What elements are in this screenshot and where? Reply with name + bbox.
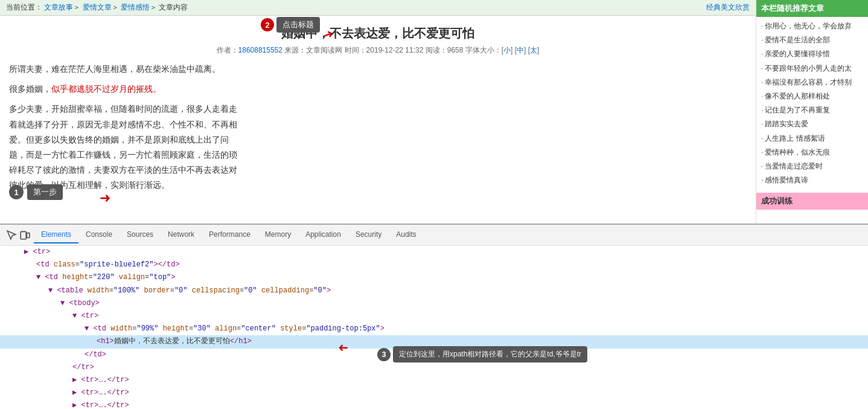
browser-content: 当前位置： 文章故事＞ 爱情文章＞ 爱情感悟＞ 文章内容 经典美文欣赏 婚姻中，…	[0, 0, 868, 224]
step1-annotation: 1 第一步	[9, 184, 63, 200]
dom-tr-collapsed-1[interactable]: ▶ <tr>….</tr>	[0, 374, 868, 387]
font-small[interactable]: 小	[503, 46, 511, 54]
breadcrumb-bar: 当前位置： 文章故事＞ 爱情文章＞ 爱情感悟＞ 文章内容 经典美文欣赏	[0, 0, 756, 16]
list-item[interactable]: 人生路上 情感絮语	[761, 132, 863, 146]
article-para-1: 所谓夫妻，难在茫茫人海里相遇，易在柴米油盐中疏离。	[9, 62, 747, 77]
breadcrumb: 当前位置： 文章故事＞ 爱情文章＞ 爱情感悟＞ 文章内容	[6, 2, 188, 13]
devtools-panel: Elements Console Sources Network Perform…	[0, 224, 868, 409]
step2-number: 2	[261, 18, 274, 31]
main-content: 当前位置： 文章故事＞ 爱情文章＞ 爱情感悟＞ 文章内容 经典美文欣赏 婚姻中，…	[0, 0, 756, 224]
svg-rect-1	[27, 233, 30, 238]
dom-tr-row[interactable]: ▶ <tr>	[0, 246, 868, 259]
sidebar-success-header: 成功训练	[756, 193, 868, 210]
breadcrumb-link-3[interactable]: 爱情感悟	[121, 3, 150, 11]
device-toggle-icon[interactable]	[19, 230, 30, 240]
list-item[interactable]: 爱情种种，似水无痕	[761, 146, 863, 159]
dom-td-height[interactable]: ▼ <td height="220" valign="top">	[0, 271, 868, 284]
page-wrapper: 当前位置： 文章故事＞ 爱情文章＞ 爱情感悟＞ 文章内容 经典美文欣赏 婚姻中，…	[0, 0, 868, 409]
article-body: 婚姻中，不去表达爱，比不爱更可怕 作者：18608815552 来源：文章阅读网…	[0, 16, 756, 203]
step1-number: 1	[9, 185, 24, 199]
list-item[interactable]: 踏踏实实去爱	[761, 117, 863, 131]
tab-sources[interactable]: Sources	[120, 227, 161, 243]
step3-number: 3	[377, 348, 391, 361]
step2-annotation: 2 点击标题	[261, 17, 320, 33]
font-medium[interactable]: 中	[517, 46, 524, 54]
list-item[interactable]: 幸福没有那么容易，才特别	[761, 76, 863, 89]
step3-arrow: ➜	[338, 340, 348, 355]
list-item[interactable]: 感悟爱情真谛	[761, 173, 863, 187]
list-item[interactable]: 爱情不是生活的全部	[761, 33, 863, 47]
sidebar: 本栏随机推荐文章 你用心，他无心，学会放弃 爱情不是生活的全部 亲爱的人要懂得珍…	[756, 0, 868, 224]
tab-audits[interactable]: Audits	[389, 227, 423, 243]
breadcrumb-current: 文章内容	[159, 3, 188, 11]
devtools-icons	[2, 230, 34, 240]
list-item[interactable]: 亲爱的人要懂得珍惜	[761, 47, 863, 61]
svg-rect-0	[21, 231, 26, 239]
step3-label: 定位到这里，用xpath相对路径看，它的父亲是td,爷爷是tr	[393, 346, 587, 362]
step2-label: 点击标题	[276, 17, 320, 33]
list-item[interactable]: 像不爱的人那样相处	[761, 89, 863, 103]
step3-annotation: 3 定位到这里，用xpath相对路径看，它的父亲是td,爷爷是tr	[377, 346, 587, 362]
font-large[interactable]: 太	[530, 46, 537, 54]
article-title: 婚姻中，不去表达爱，比不爱更可怕	[9, 25, 747, 42]
tab-performance[interactable]: Performance	[202, 227, 258, 243]
step1-arrow: ➜	[100, 190, 110, 206]
breadcrumb-link-1[interactable]: 文章故事	[44, 3, 73, 11]
dom-td-center[interactable]: ▼ <td width="99%" height="30" align="cen…	[0, 323, 868, 335]
list-item[interactable]: 不要跟年轻的小男人走的太	[761, 62, 863, 76]
dom-tr-collapsed-3[interactable]: ▶ <tr>….</tr>	[0, 399, 868, 409]
dom-table[interactable]: ▼ <table width="100%" border="0" cellspa…	[0, 285, 868, 297]
sidebar-recommended-header: 本栏随机推荐文章	[756, 0, 868, 17]
devtools-content: ▶ <tr> <td class="sprite-bluelef2"></td>…	[0, 246, 868, 409]
tab-security[interactable]: Security	[348, 227, 389, 243]
author-link[interactable]: 18608815552	[238, 46, 282, 54]
article-meta: 作者：18608815552 来源：文章阅读网 时间：2019-12-22 11…	[9, 45, 747, 56]
tab-network[interactable]: Network	[161, 227, 202, 243]
element-picker-icon[interactable]	[6, 230, 17, 240]
tab-elements[interactable]: Elements	[34, 227, 78, 243]
list-item[interactable]: 记住是为了不再重复	[761, 103, 863, 117]
sidebar-items: 你用心，他无心，学会放弃 爱情不是生活的全部 亲爱的人要懂得珍惜 不要跟年轻的小…	[756, 17, 868, 190]
list-item[interactable]: 你用心，他无心，学会放弃	[761, 19, 863, 33]
tab-application[interactable]: Application	[298, 227, 348, 243]
dom-tr-close[interactable]: </tr>	[0, 361, 868, 374]
article-para-3: 多少夫妻，开始甜蜜幸福，但随着时间的流逝，很多人走着走着就选择了分开，原因无非是…	[9, 101, 747, 193]
tab-console[interactable]: Console	[78, 227, 120, 243]
dom-tr-inner[interactable]: ▼ <tr>	[0, 310, 868, 323]
dom-tbody[interactable]: ▼ <tbody>	[0, 297, 868, 310]
classic-link[interactable]: 经典美文欣赏	[706, 2, 750, 13]
tab-memory[interactable]: Memory	[258, 227, 298, 243]
dom-tr-collapsed-2[interactable]: ▶ <tr>….</tr>	[0, 387, 868, 399]
devtools-tabs: Elements Console Sources Network Perform…	[0, 225, 868, 246]
breadcrumb-link-2[interactable]: 爱情文章	[83, 3, 112, 11]
list-item[interactable]: 当爱情走过恋爱时	[761, 159, 863, 173]
article-para-2: 很多婚姻，似乎都逃脱不过岁月的摧残。	[9, 82, 747, 97]
article-text: 所谓夫妻，难在茫茫人海里相遇，易在柴米油盐中疏离。 很多婚姻，似乎都逃脱不过岁月…	[9, 62, 747, 193]
step1-label: 第一步	[27, 184, 63, 200]
dom-td-sprite[interactable]: <td class="sprite-bluelef2"></td>	[0, 259, 868, 271]
